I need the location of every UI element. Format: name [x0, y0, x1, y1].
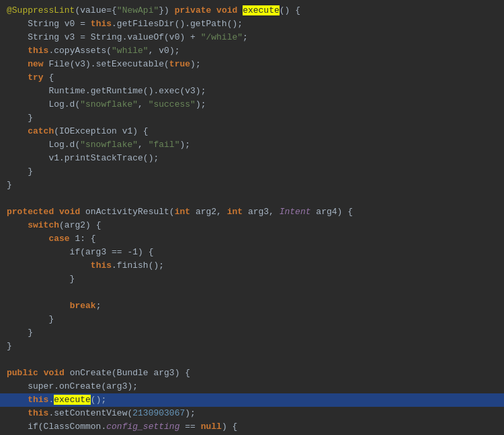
token	[237, 5, 243, 15]
line-content: String v3 = String.valueOf(v0) + "/while…	[7, 31, 497, 44]
token: v1.printStackTrace();	[7, 153, 159, 163]
token	[7, 260, 91, 271]
token: (arg2) {	[59, 220, 101, 230]
token: arg2,	[190, 207, 227, 217]
line-content: String v0 = this.getFilesDir().getPath()…	[7, 17, 497, 31]
token: ;	[243, 32, 248, 42]
token: switch	[28, 220, 59, 230]
line-content: catch(IOException v1) {	[7, 125, 497, 138]
token	[7, 395, 28, 405]
line-content: break;	[7, 299, 497, 313]
token: onCreate(Bundle arg3) {	[65, 368, 190, 378]
code-line: Log.d("snowflake", "success");	[0, 98, 504, 111]
token: );	[196, 99, 206, 109]
line-content: Log.d("snowflake", "fail");	[7, 138, 497, 152]
token: public	[7, 368, 38, 378]
token: "while"	[112, 46, 149, 56]
token: "NewApi"	[117, 5, 159, 15]
code-line: }	[0, 273, 504, 286]
code-line: String v0 = this.getFilesDir().getPath()…	[0, 17, 504, 31]
code-line	[0, 353, 504, 367]
token: }	[7, 314, 54, 324]
token: File(v3).setExecutable(	[44, 59, 169, 69]
token: })	[159, 5, 174, 15]
token: this	[91, 260, 112, 271]
code-line: String v3 = String.valueOf(v0) + "/while…	[0, 31, 504, 44]
code-line: }	[0, 165, 504, 179]
line-content: if(arg3 == -1) {	[7, 246, 497, 259]
line-content: this.setContentView(2130903067);	[7, 407, 497, 420]
token	[211, 5, 216, 15]
token: case	[48, 234, 69, 244]
token: if(arg3 == -1) {	[7, 247, 153, 257]
code-line: catch(IOException v1) {	[0, 125, 504, 138]
token: () {	[280, 5, 300, 15]
token: }	[7, 341, 12, 351]
token	[7, 408, 28, 418]
line-content: this.copyAssets("while", v0);	[7, 44, 497, 58]
token: null	[201, 422, 222, 432]
code-line: }	[0, 313, 504, 326]
code-line: if(arg3 == -1) {	[0, 246, 504, 259]
line-content: switch(arg2) {	[7, 219, 497, 232]
code-line	[0, 192, 504, 205]
token: arg4) {	[311, 207, 353, 217]
token: arg3,	[243, 207, 280, 217]
code-line: Log.d("snowflake", "fail");	[0, 138, 504, 152]
token: "/while"	[201, 32, 243, 42]
line-content: if(ClassCommon.config_setting == null) {	[7, 420, 497, 434]
token: "snowflake"	[80, 99, 138, 109]
code-line: }	[0, 326, 504, 340]
line-content: Runtime.getRuntime().exec(v3);	[7, 85, 497, 98]
token: this	[91, 19, 112, 29]
code-line: super.onCreate(arg3);	[0, 380, 504, 393]
token: ==	[179, 422, 200, 432]
line-content: }	[7, 273, 497, 286]
token	[7, 301, 70, 311]
code-line: switch(arg2) {	[0, 219, 504, 232]
code-line	[0, 286, 504, 299]
token: Runtime.getRuntime().exec(v3);	[7, 86, 206, 96]
line-content: }	[7, 326, 497, 340]
line-content: try {	[7, 71, 497, 85]
token: .setContentView(	[48, 408, 132, 418]
line-content: case 1: {	[7, 232, 497, 246]
token: Log.d(	[7, 140, 80, 150]
line-content: }	[7, 111, 497, 125]
line-content: this.finish();	[7, 259, 497, 273]
token: {	[44, 72, 54, 83]
token	[7, 46, 28, 56]
token: int	[227, 207, 243, 217]
token: ();	[91, 395, 106, 405]
token: protected	[7, 207, 54, 217]
token: }	[7, 166, 33, 177]
code-line: protected void onActivityResult(int arg2…	[0, 205, 504, 219]
token: ) {	[222, 422, 237, 432]
code-editor: @SuppressLint(value={"NewApi"}) private …	[0, 0, 504, 435]
token: if(ClassCommon.	[7, 422, 106, 432]
token: "success"	[149, 99, 196, 109]
token: Log.d(	[7, 99, 80, 109]
token	[7, 220, 28, 230]
code-line: v1.printStackTrace();	[0, 152, 504, 165]
token	[7, 72, 28, 83]
token: config_setting	[106, 422, 179, 432]
token: break	[70, 301, 96, 311]
token: catch	[28, 126, 54, 136]
line-content: }	[7, 340, 497, 353]
token: this	[28, 395, 48, 405]
line-content: new File(v3).setExecutable(true);	[7, 58, 497, 71]
token: );	[185, 408, 196, 418]
token: "fail"	[149, 140, 180, 150]
token	[54, 207, 59, 217]
token: }	[7, 180, 12, 190]
token: "snowflake"	[80, 140, 138, 150]
code-line: new File(v3).setExecutable(true);	[0, 58, 504, 71]
token: new	[28, 59, 43, 69]
code-line: this.setContentView(2130903067);	[0, 407, 504, 420]
token: int	[175, 207, 190, 217]
line-content: Log.d("snowflake", "success");	[7, 98, 497, 111]
token: (value={	[75, 5, 116, 15]
code-line: }	[0, 111, 504, 125]
token: String v0 =	[7, 19, 91, 29]
